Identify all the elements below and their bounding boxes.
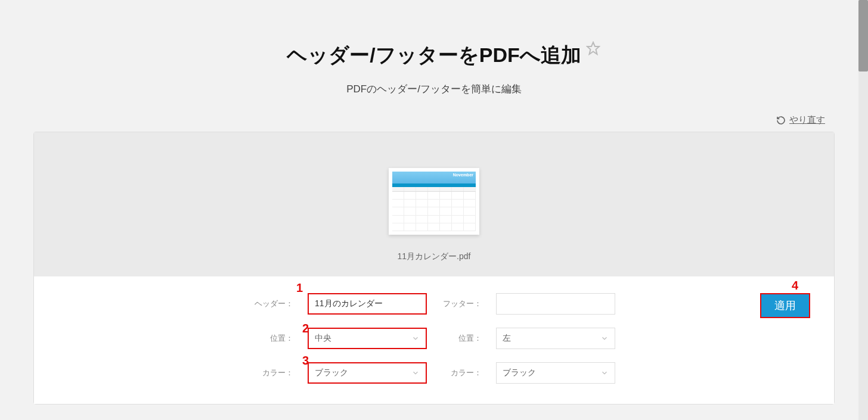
footer-label: フッター： <box>441 298 482 309</box>
annotation-1: 1 <box>296 281 303 295</box>
controls-area: 1 2 3 4 ヘッダー： フッター： 位置： 中央 位置： 左 <box>34 276 834 404</box>
header-color-value: ブラック <box>315 368 411 378</box>
pdf-thumbnail[interactable] <box>389 168 479 235</box>
footer-input[interactable] <box>496 293 615 315</box>
filename-label: 11月カレンダー.pdf <box>34 251 834 262</box>
main-panel: 11月カレンダー.pdf 1 2 3 4 ヘッダー： フッター： 位置： 中央 … <box>33 132 835 405</box>
apply-button[interactable]: 適用 <box>760 293 810 318</box>
redo-label: やり直す <box>789 114 825 126</box>
color-left-label: カラー： <box>253 368 293 378</box>
position-left-label: 位置： <box>253 333 293 344</box>
header-position-value: 中央 <box>315 333 411 344</box>
preview-area: 11月カレンダー.pdf <box>34 132 834 276</box>
color-right-label: カラー： <box>441 368 482 378</box>
footer-color-select[interactable]: ブラック <box>496 362 615 384</box>
redo-link[interactable]: やり直す <box>776 114 825 126</box>
scrollbar-thumb[interactable] <box>858 0 868 71</box>
chevron-down-icon <box>411 334 420 343</box>
position-right-label: 位置： <box>441 333 482 344</box>
header-label: ヘッダー： <box>253 298 293 309</box>
favorite-star-icon[interactable] <box>586 37 600 51</box>
footer-position-value: 左 <box>503 333 600 344</box>
thumb-days-row <box>392 187 476 192</box>
footer-color-value: ブラック <box>503 368 600 378</box>
page-subtitle: PDFのヘッダー/フッターを簡単に編集 <box>0 82 868 96</box>
chevron-down-icon <box>411 369 420 377</box>
header-color-select[interactable]: ブラック <box>308 362 427 384</box>
thumb-calendar-grid <box>392 192 476 231</box>
header-position-select[interactable]: 中央 <box>308 328 427 349</box>
annotation-4: 4 <box>792 279 798 293</box>
svg-marker-0 <box>587 42 599 54</box>
thumb-header <box>392 172 476 183</box>
page-header: ヘッダー/フッターをPDFへ追加 PDFのヘッダー/フッターを簡単に編集 <box>0 0 868 96</box>
chevron-down-icon <box>600 369 609 377</box>
apply-button-label: 適用 <box>774 298 796 313</box>
redo-icon <box>776 116 786 125</box>
controls-grid: ヘッダー： フッター： 位置： 中央 位置： 左 カラー： ブラック <box>58 293 810 384</box>
header-input[interactable] <box>308 293 427 315</box>
chevron-down-icon <box>600 334 609 343</box>
footer-position-select[interactable]: 左 <box>496 328 615 349</box>
page-title: ヘッダー/フッターをPDFへ追加 <box>287 42 581 69</box>
title-text: ヘッダー/フッターをPDFへ追加 <box>287 43 581 66</box>
